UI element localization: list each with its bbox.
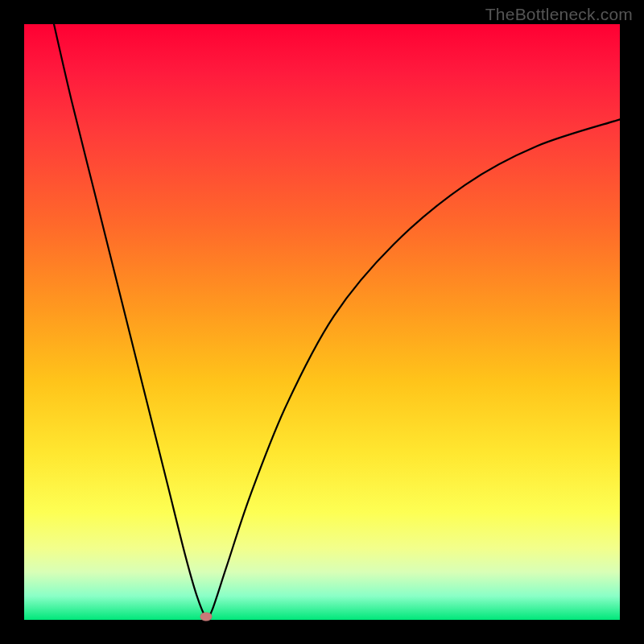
- watermark-text: TheBottleneck.com: [485, 5, 633, 24]
- curve-svg: [24, 24, 620, 620]
- plot-area: [24, 24, 620, 620]
- bottleneck-curve: [54, 24, 620, 618]
- chart-frame: TheBottleneck.com: [0, 0, 644, 644]
- optimal-point-marker: [200, 613, 212, 621]
